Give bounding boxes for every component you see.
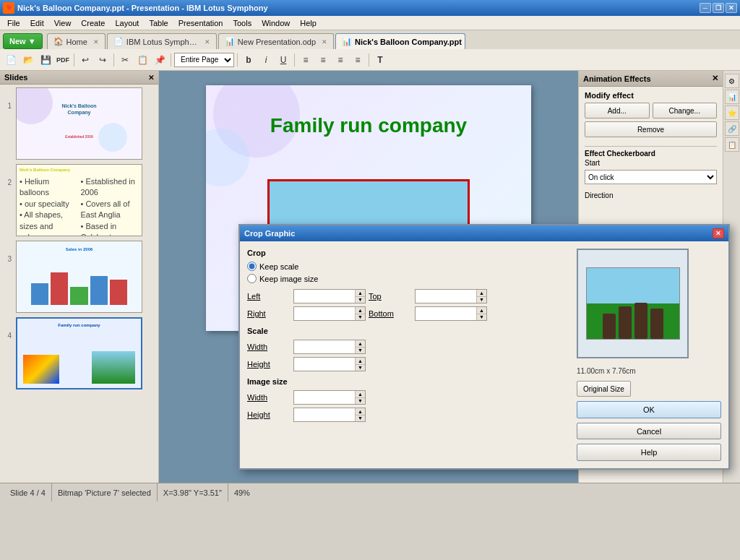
right-spin-down[interactable]: ▼ <box>356 314 365 321</box>
img-height-label: Height <box>247 410 291 419</box>
bottom-spinner[interactable]: 0.00cm ▲ ▼ <box>415 306 487 321</box>
crop-dialog: Crop Graphic ✕ Crop Keep scale Keep imag… <box>238 224 730 470</box>
preview-image <box>586 267 680 340</box>
right-input[interactable]: 0.00cm <box>294 307 355 320</box>
right-spinner[interactable]: 0.00cm ▲ ▼ <box>293 306 366 321</box>
scale-width-spinner[interactable]: 100% ▲ ▼ <box>293 340 366 354</box>
img-height-input[interactable]: 7.76cm <box>294 408 355 421</box>
scale-height-down[interactable]: ▼ <box>356 365 365 371</box>
keep-scale-label: Keep scale <box>259 262 298 271</box>
scale-height-spin-buttons: ▲ ▼ <box>355 358 365 371</box>
image-size-section-title: Image size <box>247 377 569 386</box>
img-height-spinner[interactable]: 7.76cm ▲ ▼ <box>293 408 366 422</box>
scale-grid: Width 100% ▲ ▼ Height 100% ▲ ▼ <box>247 340 569 371</box>
left-spin-down[interactable]: ▼ <box>356 297 365 303</box>
prev-person-2 <box>619 306 632 339</box>
bottom-spin-up[interactable]: ▲ <box>477 307 486 314</box>
crop-radio-group: Keep scale Keep image size <box>247 262 569 283</box>
top-input[interactable]: 0.00cm <box>416 290 476 303</box>
crop-form-area: Crop Keep scale Keep image size Left <box>247 249 569 461</box>
img-height-up[interactable]: ▲ <box>356 408 365 415</box>
img-width-spinner[interactable]: 11.00cm ▲ ▼ <box>293 390 366 405</box>
scale-height-input[interactable]: 100% <box>294 358 355 371</box>
img-width-label: Width <box>247 393 291 402</box>
top-spin-up[interactable]: ▲ <box>477 290 486 297</box>
scale-width-down[interactable]: ▼ <box>356 348 365 354</box>
top-spinner[interactable]: 0.00cm ▲ ▼ <box>415 289 487 303</box>
bottom-spin-buttons: ▲ ▼ <box>476 307 486 320</box>
bottom-spin-down[interactable]: ▼ <box>477 314 486 321</box>
prev-person-3 <box>634 303 648 339</box>
img-width-down[interactable]: ▼ <box>356 398 365 405</box>
dialog-overlay: Crop Graphic ✕ Crop Keep scale Keep imag… <box>0 0 740 560</box>
left-label: Left <box>247 292 291 301</box>
left-input[interactable]: 0.00cm <box>294 290 355 303</box>
scale-width-input[interactable]: 100% <box>294 340 355 353</box>
keep-scale-radio[interactable] <box>247 262 257 271</box>
crop-dialog-body: Crop Keep scale Keep image size Left <box>240 241 728 468</box>
right-spin-up[interactable]: ▲ <box>356 307 365 314</box>
size-info-area: 11.00cm x 7.76cm Original Size <box>577 367 721 397</box>
img-width-input[interactable]: 11.00cm <box>294 391 355 404</box>
scale-width-up[interactable]: ▲ <box>356 340 365 348</box>
crop-dialog-title: Crop Graphic <box>244 229 295 238</box>
ok-button[interactable]: OK <box>577 401 721 418</box>
image-size-grid: Width 11.00cm ▲ ▼ Height 7.76cm ▲ ▼ <box>247 390 569 422</box>
help-button[interactable]: Help <box>577 444 721 461</box>
preview-people <box>587 303 679 339</box>
crop-dialog-close[interactable]: ✕ <box>713 228 724 238</box>
crop-image-preview <box>577 249 689 358</box>
keep-scale-row: Keep scale <box>247 262 569 271</box>
cancel-button[interactable]: Cancel <box>577 423 721 440</box>
img-width-spin-buttons: ▲ ▼ <box>355 391 365 404</box>
top-label: Top <box>369 292 412 301</box>
top-spin-down[interactable]: ▼ <box>477 297 486 303</box>
crop-section-title: Crop <box>247 249 569 257</box>
crop-dialog-right: 11.00cm x 7.76cm Original Size OK Cancel… <box>577 249 721 461</box>
left-spin-buttons: ▲ ▼ <box>355 290 365 303</box>
original-size-button[interactable]: Original Size <box>577 381 631 397</box>
scale-height-label: Height <box>247 360 291 369</box>
scale-height-up[interactable]: ▲ <box>356 358 365 365</box>
prev-person-4 <box>650 309 663 339</box>
scale-height-spinner[interactable]: 100% ▲ ▼ <box>293 357 366 371</box>
scale-width-spin-buttons: ▲ ▼ <box>355 340 365 353</box>
img-width-up[interactable]: ▲ <box>356 391 365 398</box>
img-height-down[interactable]: ▼ <box>356 415 365 422</box>
keep-image-size-label: Keep image size <box>259 275 318 283</box>
top-spin-buttons: ▲ ▼ <box>476 290 486 303</box>
bottom-input[interactable]: 0.00cm <box>416 307 476 320</box>
crop-dialog-title-bar: Crop Graphic ✕ <box>240 225 728 241</box>
right-spin-buttons: ▲ ▼ <box>355 307 365 320</box>
scale-width-label: Width <box>247 343 291 351</box>
crop-values-grid: Left 0.00cm ▲ ▼ Top 0.00cm ▲ ▼ <box>247 289 569 321</box>
scale-section-title: Scale <box>247 327 569 335</box>
left-spinner[interactable]: 0.00cm ▲ ▼ <box>293 289 366 303</box>
bottom-label: Bottom <box>369 309 412 318</box>
size-info-text: 11.00cm x 7.76cm <box>577 367 636 375</box>
right-label: Right <box>247 309 291 318</box>
prev-person-1 <box>603 314 616 339</box>
left-spin-up[interactable]: ▲ <box>356 290 365 297</box>
keep-image-size-row: Keep image size <box>247 274 569 283</box>
keep-image-size-radio[interactable] <box>247 274 257 283</box>
img-height-spin-buttons: ▲ ▼ <box>355 408 365 421</box>
